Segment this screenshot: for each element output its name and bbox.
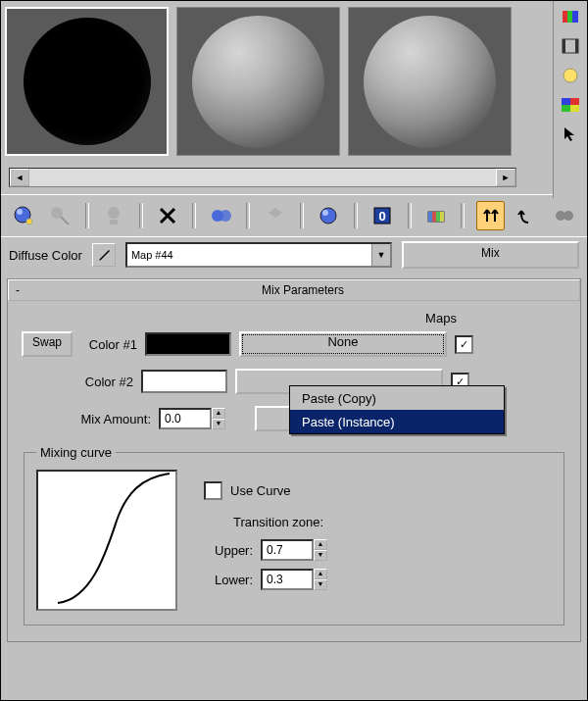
preview-sphere: [24, 18, 151, 145]
map-type-button[interactable]: Mix: [402, 241, 579, 269]
svg-point-20: [322, 210, 328, 216]
map-button-context-menu: Paste (Copy) Paste (Instance): [289, 385, 505, 434]
scroll-track[interactable]: [29, 169, 496, 186]
svg-rect-25: [432, 212, 436, 222]
transition-zone-label: Transition zone:: [233, 515, 327, 529]
material-preview-strip: [1, 1, 587, 192]
svg-rect-24: [428, 212, 432, 222]
rollout-title: Mix Parameters: [26, 283, 579, 297]
svg-rect-27: [440, 212, 444, 222]
curve-preview[interactable]: [36, 470, 177, 611]
lower-spinner[interactable]: ▲ ▼: [261, 569, 327, 590]
dropdown-arrow-icon[interactable]: ▼: [371, 244, 390, 266]
spinner-up-icon[interactable]: ▲: [314, 569, 327, 579]
rollout-body: Maps Swap Color #1 None ✓ Color #2 ✓: [8, 301, 580, 641]
spinner-up-icon[interactable]: ▲: [212, 408, 225, 419]
toolbar-separator: [300, 203, 304, 228]
cursor-icon[interactable]: [560, 125, 581, 144]
film-icon[interactable]: [560, 36, 581, 56]
mixing-curve-legend: Mixing curve: [36, 445, 116, 460]
spinner-down-icon[interactable]: ▼: [314, 550, 327, 561]
map-name-field[interactable]: Map #44 ▼: [125, 242, 392, 268]
scroll-right-arrow[interactable]: ►: [496, 169, 515, 186]
material-toolbar: 0: [1, 194, 587, 236]
assign-icon[interactable]: [101, 202, 127, 229]
material-preview-slot-2[interactable]: [176, 7, 340, 156]
show-map-icon[interactable]: 0: [369, 202, 396, 229]
toolbar-separator: [85, 203, 89, 228]
toolbar-separator: [461, 203, 465, 228]
preview-sphere: [192, 16, 324, 148]
svg-point-19: [320, 208, 336, 224]
upper-input[interactable]: [261, 539, 314, 561]
material-editor-panel: ◄ ► 0: [0, 0, 588, 701]
mix-amount-input[interactable]: [159, 408, 212, 429]
svg-point-15: [108, 207, 120, 219]
svg-rect-4: [563, 39, 565, 53]
svg-rect-1: [567, 11, 572, 23]
menu-item-paste-copy[interactable]: Paste (Copy): [290, 386, 504, 410]
put-to-scene-icon[interactable]: [47, 202, 74, 229]
use-curve-label: Use Curve: [230, 483, 290, 498]
make-unique-icon[interactable]: [208, 202, 234, 229]
upper-row: Upper: ▲ ▼: [204, 535, 327, 565]
color1-swatch[interactable]: [145, 332, 231, 356]
rollout-header[interactable]: - Mix Parameters: [8, 279, 580, 301]
get-material-icon[interactable]: [11, 202, 37, 229]
upper-spinner[interactable]: ▲ ▼: [261, 539, 327, 561]
lower-input[interactable]: [261, 569, 314, 590]
svg-point-13: [26, 219, 32, 225]
toolbar-separator: [192, 203, 196, 228]
svg-point-12: [17, 209, 23, 215]
toolbar-separator: [246, 203, 250, 228]
rgb-swatch-icon[interactable]: [560, 7, 581, 26]
preview-sphere: [364, 16, 496, 148]
channel-label: Diffuse Color: [9, 248, 82, 263]
parameters-area: - Mix Parameters Maps Swap Color #1 None…: [1, 273, 587, 648]
svg-text:0: 0: [379, 209, 386, 224]
toolbar-separator: [408, 203, 412, 228]
put-to-lib-icon[interactable]: [262, 202, 288, 229]
material-preview-slot-3[interactable]: [348, 7, 512, 156]
svg-rect-16: [110, 220, 118, 225]
preview-pane: [1, 1, 515, 192]
sphere-icon[interactable]: [560, 66, 581, 85]
spinner-up-icon[interactable]: ▲: [314, 539, 327, 550]
svg-rect-10: [570, 105, 579, 112]
color1-map-button[interactable]: None: [239, 331, 447, 357]
go-sibling-icon[interactable]: [514, 202, 541, 229]
mix-amount-spinner[interactable]: ▲ ▼: [159, 408, 225, 429]
color2-swatch[interactable]: [141, 370, 227, 393]
svg-rect-9: [562, 105, 570, 112]
side-toolbar: [553, 1, 587, 198]
go-parent-icon[interactable]: [476, 201, 505, 230]
color2-label: Color #2: [76, 375, 133, 389]
use-curve-checkbox[interactable]: [204, 481, 222, 500]
preview-hscrollbar[interactable]: ◄ ►: [9, 168, 516, 187]
menu-item-paste-instance[interactable]: Paste (Instance): [290, 410, 504, 433]
svg-rect-5: [575, 39, 578, 53]
show-end-icon[interactable]: [423, 202, 450, 229]
toolbar-separator: [139, 203, 143, 228]
spinner-down-icon[interactable]: ▼: [212, 419, 225, 429]
color1-enable-checkbox[interactable]: ✓: [455, 335, 473, 354]
svg-point-29: [564, 211, 573, 221]
swatch2-icon[interactable]: [560, 95, 581, 115]
svg-rect-8: [570, 98, 579, 105]
svg-rect-26: [436, 212, 440, 222]
delete-icon[interactable]: [155, 202, 181, 229]
scroll-left-arrow[interactable]: ◄: [10, 169, 29, 186]
mix-parameters-rollout: - Mix Parameters Maps Swap Color #1 None…: [7, 278, 581, 642]
swap-button[interactable]: Swap: [22, 331, 73, 357]
map-id-row: Diffuse Color Map #44 ▼ Mix: [1, 236, 587, 273]
options-icon[interactable]: [551, 202, 577, 229]
material-preview-slot-1[interactable]: [5, 7, 169, 156]
rollout-toggle-icon[interactable]: -: [9, 283, 26, 297]
svg-point-18: [220, 210, 231, 222]
eyedropper-button[interactable]: [92, 243, 116, 267]
lower-label: Lower:: [204, 573, 253, 587]
spinner-down-icon[interactable]: ▼: [314, 579, 327, 590]
mat-effects-icon[interactable]: [316, 202, 342, 229]
maps-column-header: Maps: [316, 311, 566, 325]
lower-row: Lower: ▲ ▼: [204, 565, 327, 594]
